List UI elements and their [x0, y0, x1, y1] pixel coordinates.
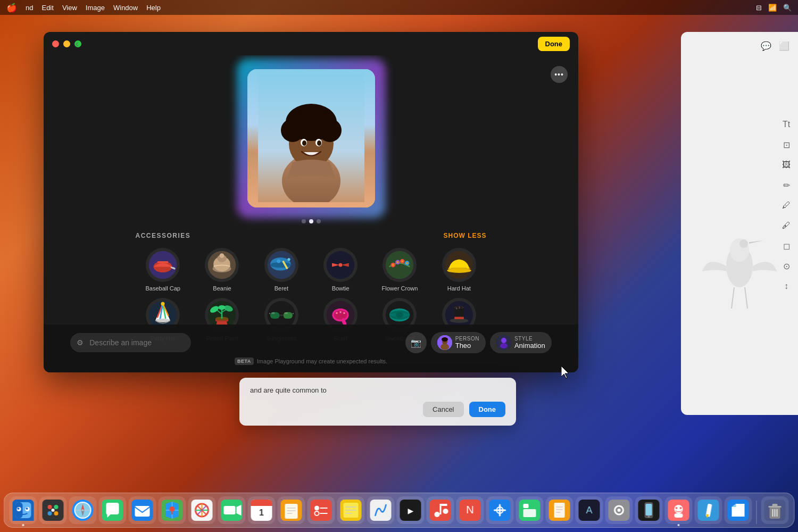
- dock-numbers[interactable]: [516, 496, 544, 524]
- alert-text: and are quite common to: [250, 386, 505, 394]
- svg-point-150: [435, 512, 440, 517]
- accessory-beanie[interactable]: Beanie: [195, 248, 250, 292]
- close-button[interactable]: [52, 40, 59, 47]
- accessory-label-flower-crown: Flower Crown: [382, 285, 418, 292]
- svg-text:N: N: [466, 504, 473, 516]
- minimize-button[interactable]: [63, 40, 70, 47]
- tool-crop[interactable]: ⊡: [779, 137, 794, 152]
- camera-icon: 📷: [411, 338, 421, 348]
- svg-point-59: [218, 305, 226, 310]
- person-avatar: [437, 335, 452, 350]
- menu-edit[interactable]: Edit: [41, 4, 53, 12]
- accessory-hard-hat[interactable]: Hard Hat: [431, 248, 486, 292]
- accessory-flower-crown[interactable]: Flower Crown: [372, 248, 427, 292]
- dock-launchpad[interactable]: [39, 496, 67, 524]
- done-button[interactable]: Done: [538, 37, 570, 51]
- title-bar: ‹ Done: [44, 32, 578, 55]
- svg-point-99: [26, 508, 28, 510]
- svg-point-18: [317, 140, 321, 146]
- menu-window[interactable]: Window: [113, 4, 138, 12]
- person-pill[interactable]: PERSON Theo: [431, 332, 486, 353]
- svg-point-104: [54, 511, 59, 516]
- dock-pencil[interactable]: [695, 496, 722, 524]
- dock-settings[interactable]: [605, 496, 633, 524]
- dock-appstore[interactable]: [486, 496, 514, 524]
- menu-help[interactable]: Help: [146, 4, 161, 12]
- dock-xcodestore[interactable]: A: [576, 496, 603, 524]
- three-dots-menu[interactable]: •••: [551, 66, 568, 83]
- svg-point-105: [52, 509, 55, 512]
- svg-point-103: [48, 511, 52, 516]
- dock-safari[interactable]: [69, 496, 97, 524]
- dock-music[interactable]: [427, 496, 454, 524]
- panel-icon-copy[interactable]: ⬜: [777, 38, 792, 53]
- describe-input[interactable]: [70, 333, 191, 352]
- back-button[interactable]: ‹: [76, 38, 79, 49]
- dock-pages[interactable]: [546, 496, 573, 524]
- dock-photos[interactable]: [188, 496, 216, 524]
- show-less-button[interactable]: SHOW LESS: [443, 232, 486, 239]
- menu-wifi2[interactable]: 📶: [768, 4, 777, 12]
- dock-maps[interactable]: [159, 496, 186, 524]
- bottom-controls: ⚙ 📷 PERSON Theo: [70, 332, 552, 353]
- dock-reminders[interactable]: [307, 496, 335, 524]
- dock-mail[interactable]: [129, 496, 156, 524]
- tool-image[interactable]: 🖼: [779, 157, 794, 172]
- dock-appletv[interactable]: ▶: [397, 496, 425, 524]
- dock-facetime[interactable]: [218, 496, 246, 524]
- camera-button[interactable]: 📷: [405, 332, 427, 353]
- accessory-beret[interactable]: Beret: [254, 248, 309, 292]
- dot-2[interactable]: [309, 219, 313, 223]
- apple-menu[interactable]: 🍎: [6, 3, 17, 13]
- dock-iphone[interactable]: [635, 496, 663, 524]
- dock-calendar[interactable]: 1: [248, 496, 276, 524]
- menu-image[interactable]: Image: [86, 4, 105, 12]
- dock-freeform[interactable]: [367, 496, 395, 524]
- alert-dialog: and are quite common to Cancel Done: [239, 378, 516, 426]
- accessory-icon-flower-crown: [383, 248, 417, 282]
- svg-point-86: [440, 344, 449, 350]
- svg-rect-160: [523, 504, 529, 508]
- svg-rect-162: [554, 503, 565, 518]
- accessory-baseball-cap[interactable]: Baseball Cap: [136, 248, 190, 292]
- dock-notes[interactable]: [278, 496, 305, 524]
- tool-text[interactable]: Tt: [779, 117, 794, 132]
- person-illustration: [247, 69, 375, 207]
- svg-point-71: [336, 312, 338, 314]
- svg-point-98: [18, 508, 20, 510]
- svg-point-47: [447, 268, 471, 273]
- accessory-icon-hard-hat: [442, 248, 476, 282]
- accessory-label-hard-hat: Hard Hat: [447, 285, 471, 292]
- menu-app[interactable]: nd: [26, 4, 33, 12]
- dock-news[interactable]: N: [456, 496, 484, 524]
- svg-rect-82: [454, 317, 464, 319]
- dock-playground[interactable]: [665, 496, 693, 524]
- dot-1[interactable]: [302, 219, 306, 223]
- accessory-bowtie[interactable]: Bowtie: [313, 248, 368, 292]
- style-pill[interactable]: STYLE Animation: [490, 332, 552, 353]
- dock-files[interactable]: [725, 496, 752, 524]
- svg-rect-187: [772, 504, 778, 506]
- menu-view[interactable]: View: [62, 4, 77, 12]
- panel-icon-chat[interactable]: 💬: [759, 38, 774, 53]
- svg-point-89: [501, 338, 506, 343]
- alert-done-button[interactable]: Done: [469, 402, 506, 417]
- svg-rect-173: [646, 504, 652, 516]
- svg-point-90: [500, 343, 508, 348]
- dock-stickies[interactable]: [337, 496, 365, 524]
- dock-separator: [757, 501, 757, 524]
- cancel-button[interactable]: Cancel: [423, 402, 463, 417]
- svg-point-26: [220, 253, 225, 258]
- svg-point-153: [443, 509, 448, 514]
- svg-point-35: [386, 251, 414, 279]
- svg-rect-152: [440, 504, 447, 506]
- menu-wifi[interactable]: ⊟: [756, 4, 762, 12]
- dock: 1: [4, 493, 795, 528]
- menu-search[interactable]: 🔍: [783, 4, 792, 12]
- accessory-label-beret: Beret: [275, 285, 288, 292]
- dock-messages[interactable]: [99, 496, 127, 524]
- dock-finder[interactable]: [10, 496, 37, 524]
- accessory-icon-bowtie: [323, 248, 358, 282]
- dock-trash[interactable]: [761, 496, 789, 524]
- dot-3[interactable]: [317, 219, 321, 223]
